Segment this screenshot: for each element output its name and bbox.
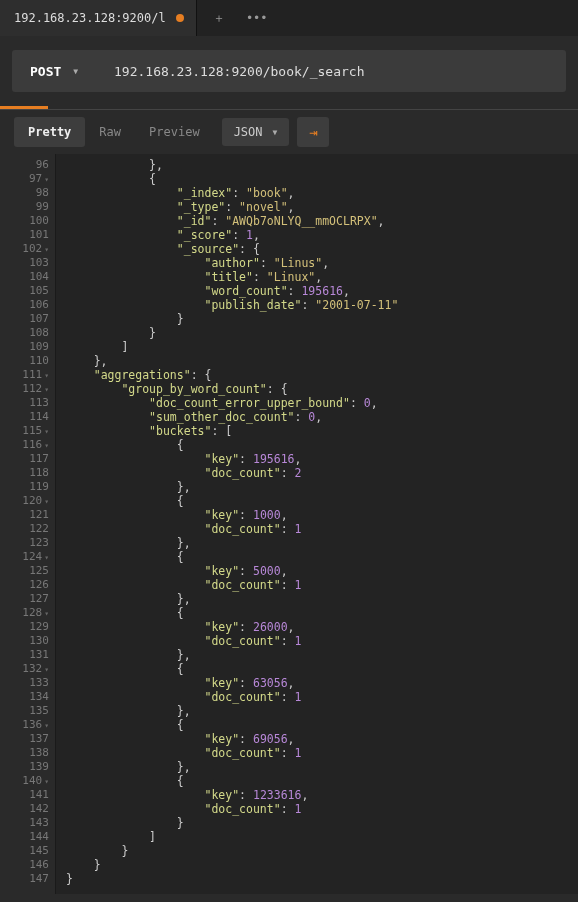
code-area[interactable]: }, { "_index": "book", "_type": "novel",… [56,154,578,894]
code-line: { [66,550,578,564]
line-number: 126 [0,578,55,592]
code-line: "doc_count": 1 [66,522,578,536]
url-input[interactable]: 192.168.23.128:9200/book/_search [100,64,566,79]
code-line: }, [66,354,578,368]
new-tab-button[interactable]: ＋ [203,4,235,32]
code-line: "key": 1233616, [66,788,578,802]
line-number: 100 [0,214,55,228]
line-number: 107 [0,312,55,326]
line-number: 96 [0,158,55,172]
unsaved-dot-icon [176,14,184,22]
line-number: 142 [0,802,55,816]
line-number: 115 [0,424,55,438]
tab-raw[interactable]: Raw [85,117,135,147]
line-number: 132 [0,662,55,676]
response-editor: 9697989910010110210310410510610710810911… [0,154,578,894]
line-number: 101 [0,228,55,242]
code-line: }, [66,648,578,662]
code-line: { [66,718,578,732]
code-line: { [66,172,578,186]
code-line: "doc_count": 1 [66,690,578,704]
code-line: "word_count": 195616, [66,284,578,298]
line-number: 106 [0,298,55,312]
code-line: "sum_other_doc_count": 0, [66,410,578,424]
tab-preview[interactable]: Preview [135,117,214,147]
line-number: 108 [0,326,55,340]
code-line: }, [66,480,578,494]
line-number: 124 [0,550,55,564]
code-line: "group_by_word_count": { [66,382,578,396]
code-line: "key": 1000, [66,508,578,522]
code-line: "aggregations": { [66,368,578,382]
line-number: 104 [0,270,55,284]
wrap-icon: ⇥ [309,124,317,140]
code-line: "_type": "novel", [66,200,578,214]
code-line: "key": 5000, [66,564,578,578]
line-number: 141 [0,788,55,802]
code-line: } [66,816,578,830]
chevron-down-icon: ▼ [73,67,78,76]
line-number: 119 [0,480,55,494]
wrap-button[interactable]: ⇥ [297,117,329,147]
tab-pretty[interactable]: Pretty [14,117,85,147]
code-line: "_source": { [66,242,578,256]
line-gutter: 9697989910010110210310410510610710810911… [0,154,56,894]
code-line: "key": 26000, [66,620,578,634]
code-line: { [66,606,578,620]
format-label: JSON [234,125,263,139]
line-number: 140 [0,774,55,788]
code-line: "key": 69056, [66,732,578,746]
code-line: }, [66,158,578,172]
line-number: 111 [0,368,55,382]
line-number: 139 [0,760,55,774]
code-line: }, [66,536,578,550]
code-line: { [66,774,578,788]
code-line: "buckets": [ [66,424,578,438]
line-number: 99 [0,200,55,214]
code-line: }, [66,760,578,774]
code-line: ] [66,830,578,844]
line-number: 125 [0,564,55,578]
line-number: 127 [0,592,55,606]
request-tab[interactable]: 192.168.23.128:9200/l [0,0,197,36]
code-line: { [66,438,578,452]
code-line: } [66,326,578,340]
code-line: }, [66,592,578,606]
line-number: 118 [0,466,55,480]
code-line: { [66,662,578,676]
code-line: "key": 63056, [66,676,578,690]
line-number: 129 [0,620,55,634]
line-number: 103 [0,256,55,270]
line-number: 110 [0,354,55,368]
format-dropdown[interactable]: JSON ▼ [222,118,290,146]
tab-bar: 192.168.23.128:9200/l ＋ ••• [0,0,578,36]
code-line: "doc_count_error_upper_bound": 0, [66,396,578,410]
code-line: "_score": 1, [66,228,578,242]
line-number: 114 [0,410,55,424]
line-number: 105 [0,284,55,298]
line-number: 117 [0,452,55,466]
code-line: "doc_count": 1 [66,802,578,816]
line-number: 122 [0,522,55,536]
response-view-tabs: Pretty Raw Preview JSON ▼ ⇥ [0,110,578,154]
line-number: 144 [0,830,55,844]
line-number: 131 [0,648,55,662]
line-number: 145 [0,844,55,858]
chevron-down-icon: ▼ [273,128,278,137]
line-number: 123 [0,536,55,550]
code-line: "doc_count": 1 [66,634,578,648]
line-number: 128 [0,606,55,620]
code-line: "title": "Linux", [66,270,578,284]
tab-title: 192.168.23.128:9200/l [14,11,166,25]
line-number: 134 [0,690,55,704]
code-line: }, [66,704,578,718]
line-number: 147 [0,872,55,886]
tab-menu-button[interactable]: ••• [241,4,273,32]
line-number: 136 [0,718,55,732]
code-line: "key": 195616, [66,452,578,466]
code-line: } [66,872,578,886]
line-number: 138 [0,746,55,760]
method-dropdown[interactable]: POST ▼ [12,50,100,92]
code-line: "doc_count": 1 [66,746,578,760]
code-line: "doc_count": 1 [66,578,578,592]
